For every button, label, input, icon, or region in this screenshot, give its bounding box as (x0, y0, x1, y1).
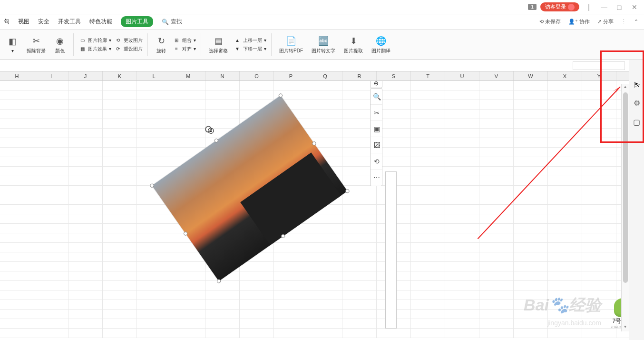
col-header[interactable]: W (514, 71, 548, 80)
right-side-panel: ▷ ⚙ ▢ (629, 60, 644, 340)
effect-tool[interactable]: ▦图片效果 ▾ (78, 45, 111, 53)
menu-picture-tools[interactable]: 图片工具 (121, 16, 153, 27)
more-tools-icon[interactable]: ⋯ (371, 170, 383, 186)
replace-tool-icon[interactable]: 🖼 (371, 137, 383, 153)
col-header[interactable]: O (240, 71, 274, 80)
crop-tool[interactable]: ◧▾ (4, 35, 21, 54)
group-tool[interactable]: ⊞组合 ▾ (173, 37, 196, 44)
share-button[interactable]: ↗ 分享 (597, 18, 614, 25)
menu-dev-tools[interactable]: 开发工具 (58, 18, 81, 26)
color-tool[interactable]: ◉颜色 (51, 34, 68, 55)
col-header[interactable]: P (274, 71, 308, 80)
col-header[interactable]: X (548, 71, 582, 80)
menu-features[interactable]: 特色功能 (89, 18, 112, 26)
send-backward-tool[interactable]: ▼下移一层 ▾ (234, 45, 266, 53)
search-box[interactable]: 🔍 查找 (162, 18, 182, 26)
divider-icon: | (583, 1, 595, 13)
pic-to-text-tool[interactable]: 🔤图片转文字 (309, 34, 338, 55)
vertical-scrollbar[interactable]: ▴ ▾ (621, 84, 629, 331)
selection-pane-tool[interactable]: ▤选择窗格 (206, 34, 231, 55)
gallery-icon[interactable]: ▢ (632, 117, 642, 127)
forward-icon: ▲ (234, 37, 241, 44)
outline-tool[interactable]: ▭图片轮廓 ▾ (78, 37, 111, 44)
collab-button[interactable]: 👤⁺ 协作 (568, 18, 590, 25)
pic-to-pdf-tool[interactable]: 📄图片转PDF (276, 34, 306, 55)
rotate-tool[interactable]: ↻旋转 (153, 34, 170, 55)
pic-translate-tool[interactable]: 🌐图片翻译 (369, 34, 393, 55)
col-header[interactable]: L (137, 71, 171, 80)
image-float-toolbar: 🔍 ✂ ▣ 🖼 ⟲ ⋯ (370, 88, 382, 186)
inserted-image[interactable]: ◎ (147, 86, 352, 290)
col-header[interactable]: S (377, 71, 411, 80)
tab-count-badge: 1 (528, 4, 537, 10)
scroll-down-icon[interactable]: ▾ (622, 324, 629, 331)
settings-slider-icon[interactable]: ⚙ (632, 98, 642, 108)
col-header[interactable]: J (68, 71, 103, 80)
ribbon-toolbar: ◧▾ ✂抠除背景 ◉颜色 ▭图片轮廓 ▾ ▦图片效果 ▾ ⟲更改图片 ⟳重设图片… (0, 30, 644, 60)
align-tool[interactable]: ≡对齐 ▾ (173, 45, 196, 53)
col-header[interactable]: R (342, 71, 377, 80)
title-bar: 1 访客登录 | — ◻ ✕ (0, 0, 644, 14)
change-pic-tool[interactable]: ⟲更改图片 (114, 37, 143, 44)
rotate-icon: ↻ (156, 35, 167, 47)
pic-extract-tool[interactable]: ⬇图片提取 (341, 34, 366, 55)
pdf-icon: 📄 (285, 35, 297, 47)
mouse-cursor-icon: ↖ (634, 81, 640, 89)
color-icon: ◉ (54, 35, 66, 47)
search-icon: 🔍 (162, 19, 169, 25)
minimize-button[interactable]: — (598, 1, 610, 13)
menu-view[interactable]: 视图 (18, 18, 29, 26)
col-header[interactable]: N (205, 71, 240, 80)
change-icon: ⟲ (114, 37, 122, 44)
reset-pic-tool[interactable]: ⟳重设图片 (114, 45, 143, 53)
watermark-url: jingyan.baidu.com (547, 319, 601, 327)
translate-icon: 🌐 (375, 35, 387, 47)
remove-bg-tool[interactable]: ✂抠除背景 (24, 34, 49, 55)
pane-icon: ▤ (213, 35, 224, 47)
scroll-up-icon[interactable]: ▴ (622, 84, 629, 91)
image-content: ◎ (152, 95, 348, 281)
col-header[interactable]: I (34, 71, 68, 80)
spreadsheet-grid[interactable]: document.write(Array.from({length:27},()… (0, 81, 644, 340)
image-side-panel[interactable] (385, 171, 397, 329)
collapse-float-toolbar[interactable]: ⊖ (370, 81, 382, 88)
zoom-tool-icon[interactable]: 🔍 (371, 89, 383, 105)
rotate-tool-icon[interactable]: ⟲ (371, 153, 383, 170)
crop-tool-icon[interactable]: ✂ (371, 105, 383, 121)
menu-bar: 句 视图 安全 开发工具 特色功能 图片工具 🔍 查找 ⟲ 未保存 👤⁺ 协作 … (0, 14, 644, 30)
col-header[interactable]: U (445, 71, 479, 80)
menu-prev[interactable]: 句 (4, 18, 10, 26)
extract-icon: ⬇ (348, 35, 359, 47)
ocr-icon: 🔤 (318, 35, 329, 47)
outline-icon: ▭ (78, 37, 86, 44)
formula-bar (0, 60, 644, 71)
col-header[interactable]: V (479, 71, 514, 80)
col-header[interactable]: T (411, 71, 445, 80)
align-icon: ≡ (173, 45, 180, 53)
bring-forward-tool[interactable]: ▲上移一层 ▾ (234, 37, 266, 44)
close-button[interactable]: ✕ (629, 1, 640, 13)
avatar-icon (568, 4, 575, 10)
scroll-thumb[interactable] (623, 92, 628, 283)
col-header[interactable]: Y (582, 71, 616, 80)
group-icon: ⊞ (173, 37, 180, 44)
unsaved-indicator[interactable]: ⟲ 未保存 (539, 18, 561, 25)
more-icon[interactable]: ⋮ (621, 19, 626, 25)
guest-login-button[interactable]: 访客登录 (540, 2, 579, 11)
effect-icon: ▦ (78, 45, 86, 53)
formula-input[interactable] (573, 61, 625, 70)
collapse-ribbon-icon[interactable]: ⌃ (634, 19, 638, 25)
reset-icon: ⟳ (114, 45, 122, 53)
remove-bg-icon: ✂ (30, 35, 42, 47)
watermark-baidu: Bai🐾经验 (524, 294, 601, 316)
col-header[interactable]: Q (308, 71, 342, 80)
maximize-button[interactable]: ◻ (614, 1, 625, 13)
column-headers: H I J K L M N O P Q R S T U V W X Y (0, 71, 644, 81)
rotation-handle[interactable]: ◎ (204, 124, 213, 133)
backward-icon: ▼ (234, 45, 241, 53)
menu-security[interactable]: 安全 (38, 18, 49, 26)
select-tool-icon[interactable]: ▣ (371, 121, 383, 137)
col-header[interactable]: K (103, 71, 137, 80)
col-header[interactable]: H (0, 71, 34, 80)
col-header[interactable]: M (171, 71, 205, 80)
